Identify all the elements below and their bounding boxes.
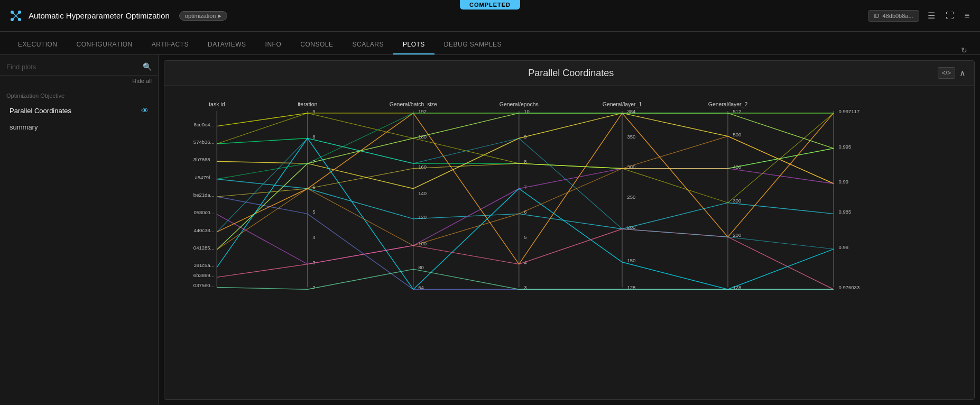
plot-header: Parallel Coordinates </> ∧ — [164, 61, 974, 86]
tag-badge[interactable]: optimization ▶ — [179, 11, 228, 21]
id-value: 48db0b8a... — [883, 13, 913, 19]
tag-label: optimization — [185, 13, 216, 19]
refresh-icon[interactable]: ↻ — [961, 46, 972, 54]
svg-text:350: 350 — [627, 134, 636, 140]
tab-debug-samples[interactable]: DEBUG SAMPLES — [434, 35, 511, 54]
code-button[interactable]: </> — [938, 67, 955, 79]
svg-text:5: 5 — [312, 209, 315, 215]
svg-text:0375e0...: 0375e0... — [193, 282, 215, 288]
search-input[interactable] — [6, 63, 138, 71]
svg-text:be21da...: be21da... — [193, 192, 215, 198]
header-logo: Automatic Hyperparameter Optimization op… — [8, 8, 868, 23]
plot-title: Parallel Coordinates — [205, 68, 938, 79]
id-badge: ID 48db0b8a... — [868, 10, 919, 22]
svg-text:3b7668...: 3b7668... — [193, 157, 215, 162]
sidebar-item-parallel-coords[interactable]: Parallel Coordinates 👁 — [3, 102, 155, 119]
parallel-coordinates-chart: task id iteration General/batch_size Gen… — [175, 91, 964, 302]
sidebar-item-summary[interactable]: summary — [3, 119, 155, 135]
collapse-button[interactable]: ∧ — [959, 68, 966, 78]
svg-text:0.99: 0.99 — [839, 179, 849, 185]
tag-arrow-icon: ▶ — [218, 13, 221, 19]
svg-text:General/batch_size: General/batch_size — [390, 102, 437, 107]
svg-text:041285...: 041285... — [193, 245, 215, 251]
svg-text:0.98: 0.98 — [839, 244, 849, 250]
svg-text:0.976033: 0.976033 — [839, 284, 860, 290]
tab-configuration[interactable]: CONFIGURATION — [67, 35, 142, 54]
svg-text:General/epochs: General/epochs — [500, 102, 539, 107]
svg-text:3: 3 — [312, 260, 315, 265]
main-layout: 🔍 Hide all Optimization Objective Parall… — [0, 55, 980, 405]
svg-text:160: 160 — [418, 164, 427, 170]
status-badge: COMPLETED — [460, 0, 520, 10]
tab-console[interactable]: CONSOLE — [291, 35, 343, 54]
svg-text:7: 7 — [524, 184, 526, 190]
svg-text:8ce0e4...: 8ce0e4... — [193, 122, 214, 127]
svg-text:0580c0...: 0580c0... — [193, 209, 214, 215]
svg-text:440c38...: 440c38... — [193, 227, 214, 233]
svg-text:8: 8 — [312, 134, 315, 140]
search-icon[interactable]: 🔍 — [143, 62, 152, 71]
tab-info[interactable]: INFO — [256, 35, 291, 54]
svg-text:0.985: 0.985 — [839, 209, 852, 215]
plot-container: Parallel Coordinates </> ∧ — [164, 60, 975, 400]
svg-text:0.997117: 0.997117 — [839, 108, 860, 114]
svg-text:80: 80 — [418, 264, 424, 270]
hide-all-row: Hide all — [0, 76, 158, 87]
svg-text:300: 300 — [733, 198, 742, 204]
svg-text:6b3869...: 6b3869... — [193, 272, 215, 278]
plot-header-actions: </> ∧ — [938, 67, 966, 79]
sidebar-item-parallel-coords-label: Parallel Coordinates — [10, 107, 71, 115]
svg-text:iteration: iteration — [298, 102, 317, 107]
svg-text:574b36...: 574b36... — [193, 139, 215, 145]
svg-text:381c5a...: 381c5a... — [193, 262, 214, 268]
tab-artifacts[interactable]: ARTIFACTS — [142, 35, 198, 54]
tab-plots[interactable]: PLOTS — [393, 35, 434, 54]
plot-area: Parallel Coordinates </> ∧ — [159, 55, 980, 405]
id-label: ID — [874, 13, 880, 19]
svg-text:General/layer_2: General/layer_2 — [708, 102, 748, 107]
svg-text:4: 4 — [312, 234, 316, 240]
app-logo-icon — [8, 8, 23, 23]
svg-text:2: 2 — [312, 284, 315, 290]
svg-text:a5479f...: a5479f... — [195, 174, 215, 180]
parallel-coords-area: task id iteration General/batch_size Gen… — [164, 86, 974, 392]
tab-execution[interactable]: EXECUTION — [8, 35, 67, 54]
visibility-icon[interactable]: 👁 — [141, 106, 149, 115]
tab-dataviews[interactable]: DATAVIEWS — [198, 35, 256, 54]
sidebar-section-optimization: Optimization Objective — [0, 87, 158, 102]
header-actions: ID 48db0b8a... ☰ ⛶ ≡ — [868, 8, 972, 23]
hide-all-button[interactable]: Hide all — [132, 78, 152, 84]
sidebar-item-summary-label: summary — [10, 123, 38, 131]
svg-text:140: 140 — [418, 190, 427, 196]
sidebar: 🔍 Hide all Optimization Objective Parall… — [0, 55, 159, 405]
svg-text:6: 6 — [524, 209, 526, 215]
nav-tabs: EXECUTION CONFIGURATION ARTIFACTS DATAVI… — [0, 32, 980, 55]
svg-text:200: 200 — [733, 232, 742, 238]
notes-button[interactable]: ☰ — [926, 8, 937, 23]
search-bar: 🔍 — [0, 55, 158, 76]
tab-scalars[interactable]: SCALARS — [343, 35, 393, 54]
svg-text:task id: task id — [209, 102, 225, 107]
svg-text:150: 150 — [627, 257, 636, 263]
svg-text:5: 5 — [524, 234, 526, 240]
menu-button[interactable]: ≡ — [963, 9, 972, 23]
svg-text:120: 120 — [418, 214, 427, 220]
svg-text:250: 250 — [627, 194, 636, 200]
fullscreen-button[interactable]: ⛶ — [944, 9, 956, 23]
svg-text:500: 500 — [733, 132, 742, 137]
svg-text:General/layer_1: General/layer_1 — [603, 102, 642, 107]
page-title: Automatic Hyperparameter Optimization — [29, 11, 170, 20]
svg-text:0.995: 0.995 — [839, 144, 852, 150]
